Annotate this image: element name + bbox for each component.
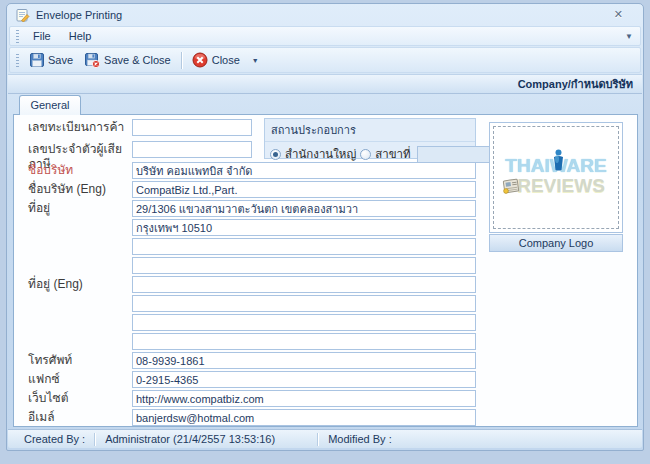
- address-th-line3-input[interactable]: [132, 238, 476, 255]
- window-title: Envelope Printing: [36, 9, 122, 21]
- envelope-document-icon: [16, 8, 30, 22]
- newspaper-icon: [502, 177, 522, 195]
- menu-file[interactable]: File: [24, 28, 60, 44]
- head-office-radio-label: สำนักงานใหญ่: [285, 145, 356, 163]
- title-bar[interactable]: Envelope Printing: [7, 4, 643, 26]
- tab-general[interactable]: General: [19, 95, 81, 115]
- envelope-printing-window: Envelope Printing ✕ File Help ▼ Save: [6, 3, 644, 451]
- close-button[interactable]: Close: [186, 49, 246, 71]
- address-en-label: ที่อยู่ (Eng): [28, 277, 132, 292]
- created-by-label: Created By :: [8, 433, 94, 445]
- head-office-radio[interactable]: [270, 149, 281, 160]
- menu-grip-handle[interactable]: [16, 30, 19, 43]
- company-logo-panel: THAIWARE REVIEWS: [489, 122, 623, 252]
- establishment-group-label: สถานประกอบการ: [265, 119, 475, 142]
- toolbar-dropdown-button[interactable]: ▼: [246, 54, 265, 67]
- toolbar-separator: [181, 52, 182, 69]
- website-label: เว็บไซต์: [28, 391, 132, 406]
- address-th-line4-input[interactable]: [132, 257, 476, 274]
- address-en-line3-input[interactable]: [132, 314, 476, 331]
- menu-overflow-icon[interactable]: ▼: [625, 32, 640, 41]
- address-th-line2-input[interactable]: [132, 219, 476, 236]
- trade-registration-label: เลขทะเบียนการค้า: [28, 120, 132, 135]
- website-input[interactable]: [132, 390, 476, 407]
- company-name-en-label: ชื่อบริษัท (Eng): [28, 182, 132, 197]
- modified-by-label: Modified By :: [318, 433, 402, 445]
- save-close-floppy-icon: [85, 53, 100, 68]
- save-and-close-button[interactable]: Save & Close: [79, 50, 177, 71]
- save-floppy-icon: [30, 53, 44, 67]
- fax-input[interactable]: [132, 371, 476, 388]
- branch-number-input[interactable]: [417, 146, 497, 163]
- window-close-icon[interactable]: ✕: [614, 8, 623, 21]
- toolbar-grip-handle[interactable]: [16, 54, 19, 67]
- company-logo-picture[interactable]: THAIWARE REVIEWS: [489, 122, 623, 233]
- save-button-label: Save: [48, 54, 73, 66]
- establishment-groupbox: สถานประกอบการ สำนักงานใหญ่ สาขาที่: [264, 118, 476, 159]
- email-input[interactable]: [132, 409, 476, 426]
- branch-radio-label: สาขาที่: [375, 145, 410, 163]
- branch-radio[interactable]: [360, 149, 371, 160]
- created-by-value: Administrator (21/4/2557 13:53:16): [95, 433, 317, 445]
- tool-bar: Save Save & Close: [9, 47, 641, 73]
- save-and-close-button-label: Save & Close: [104, 54, 171, 66]
- email-label: อีเมล์: [28, 410, 132, 425]
- company-name-th-label: ชื่อบริษัท: [28, 163, 132, 178]
- trade-registration-input[interactable]: [132, 119, 252, 136]
- address-en-line4-input[interactable]: [132, 333, 476, 350]
- general-tab-panel: เลขทะเบียนการค้า เลขประจำตัวผู้เสียภาษี …: [13, 114, 638, 427]
- address-th-line1-input[interactable]: [132, 200, 476, 217]
- thaiware-ball-icon: [552, 149, 565, 171]
- close-button-label: Close: [212, 54, 240, 66]
- save-button[interactable]: Save: [24, 50, 79, 70]
- phone-input[interactable]: [132, 352, 476, 369]
- company-name-th-input[interactable]: [132, 162, 476, 179]
- page-title: Company/กำหนดบริษัท: [8, 74, 642, 94]
- company-name-en-input[interactable]: [132, 181, 476, 198]
- status-bar: Created By : Administrator (21/4/2557 13…: [8, 429, 642, 448]
- address-en-line2-input[interactable]: [132, 295, 476, 312]
- menu-bar: File Help ▼: [9, 26, 641, 46]
- phone-label: โทรศัพท์: [28, 353, 132, 368]
- company-logo-caption[interactable]: Company Logo: [489, 234, 623, 252]
- fax-label: แฟกซ์: [28, 372, 132, 387]
- address-th-label: ที่อยู่: [28, 201, 132, 216]
- close-red-circle-icon: [192, 52, 208, 68]
- tax-id-input[interactable]: [132, 141, 252, 158]
- menu-help[interactable]: Help: [60, 28, 101, 44]
- address-en-line1-input[interactable]: [132, 276, 476, 293]
